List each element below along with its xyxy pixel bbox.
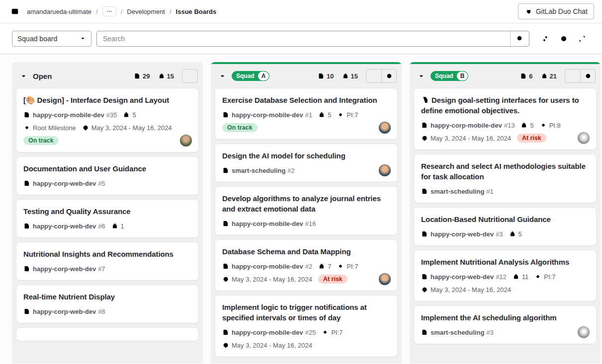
avatar[interactable] (379, 273, 391, 285)
issue-title[interactable]: Design the AI model for scheduling (222, 150, 390, 161)
iteration-icon (222, 276, 229, 283)
avatar[interactable] (578, 326, 590, 338)
issue-reference: happy-corp-mobile-dev#25 (222, 329, 316, 336)
issue-card-partial[interactable] (16, 327, 199, 341)
breadcrumb-project[interactable]: Development (127, 8, 165, 15)
issue-card[interactable]: Implement logic to trigger notifications… (215, 295, 398, 357)
milestone-value: Root Milestone (33, 124, 76, 132)
issue-card[interactable]: Design the AI model for scheduling smart… (215, 144, 398, 182)
column-collapse-button[interactable] (217, 71, 228, 81)
search-input[interactable] (97, 31, 510, 46)
card-meta-row: happy-corp-mobile-dev#27PI:7 (222, 261, 390, 271)
issue-number: #12 (496, 273, 507, 281)
issue-number: #2 (287, 167, 294, 174)
issue-icon (520, 73, 527, 79)
issue-title[interactable]: Develop algorithms to analyze journal en… (222, 193, 390, 214)
duo-chat-button[interactable]: GitLab Duo Chat (518, 3, 594, 19)
issue-card[interactable]: Database Schema and Data Mapping happy-c… (215, 239, 398, 291)
issue-title[interactable]: Implement the AI scheduling algorithm (421, 312, 589, 323)
issue-reference: smart-scheduling#1 (421, 188, 494, 195)
issue-title[interactable]: Real-time Nutrient Display (23, 291, 191, 302)
column-header: SquadB 6 21 (410, 64, 601, 87)
issue-card[interactable]: Design goal-setting interfaces for users… (414, 88, 597, 150)
issue-number: #1 (305, 111, 312, 119)
issue-reference: happy-corp-mobile-dev#2 (222, 263, 312, 270)
weight-value: 5 (132, 111, 136, 119)
issue-title[interactable]: Nutritional Insights and Recommendations (23, 249, 191, 259)
fullscreen-button[interactable] (574, 31, 590, 47)
board-toolbar: Squad board (0, 23, 602, 54)
issue-title[interactable]: Implement Nutritional Analysis Algorithm… (421, 257, 589, 267)
issue-title[interactable]: Database Schema and Data Mapping (222, 246, 390, 257)
column-header: Open 29 15 (12, 64, 203, 87)
issue-card[interactable]: Documentation and User Guidance happy-co… (16, 156, 199, 195)
issue-card[interactable]: Implement Nutritional Analysis Algorithm… (414, 250, 597, 301)
issue-weight: 7 (318, 263, 331, 270)
column-collapse-button[interactable] (416, 71, 427, 81)
avatar[interactable] (379, 122, 391, 134)
column-scoped-label[interactable]: SquadB (430, 71, 468, 81)
label-scope: Squad (232, 72, 258, 80)
issue-title[interactable]: Design goal-setting interfaces for users… (421, 95, 589, 116)
issue-card[interactable]: Implement the AI scheduling algorithm sm… (414, 305, 597, 344)
milestone-value: PI:7 (544, 273, 555, 281)
status-badge: On track (23, 136, 59, 145)
plus-icon (370, 73, 377, 79)
column-settings-button[interactable] (381, 70, 396, 82)
board-select-dropdown[interactable]: Squad board (12, 31, 91, 47)
weight-icon (342, 73, 349, 79)
issue-card[interactable]: Develop algorithms to analyze journal en… (215, 186, 398, 235)
avatar[interactable] (578, 132, 590, 144)
issue-card[interactable]: Location-Based Nutritional Guidance happ… (414, 207, 597, 246)
issue-title[interactable]: Documentation and User Guidance (23, 163, 191, 174)
iteration-value: May 3, 2024 - May 16, 2024 (430, 135, 511, 142)
issue-title[interactable]: Research and select AI methodologies sui… (421, 161, 589, 182)
add-issue-button[interactable] (565, 70, 580, 82)
weight-icon (541, 73, 548, 79)
milestone-value: PI:7 (346, 111, 358, 119)
avatar[interactable] (379, 164, 391, 176)
column-title: Open (33, 72, 52, 80)
issue-card[interactable]: Exercise Database Selection and Integrat… (215, 88, 398, 140)
breadcrumb-ellipsis-button[interactable] (102, 6, 116, 16)
weight-icon (318, 111, 325, 118)
weight-icon (509, 230, 516, 237)
issue-title[interactable]: Location-Based Nutritional Guidance (421, 214, 589, 224)
add-issue-button[interactable] (366, 70, 381, 82)
issue-card[interactable]: Nutritional Insights and Recommendations… (16, 242, 199, 281)
card-meta-row: happy-corp-web-dev#35 (421, 229, 589, 239)
issue-reference: happy-corp-web-dev#5 (23, 180, 105, 187)
chevron-down-icon (20, 73, 27, 80)
issue-card[interactable]: Testing and Quality Assurance happy-corp… (16, 199, 199, 238)
search-button[interactable] (510, 31, 529, 46)
issue-card[interactable]: [🎨 Design] - Interface Design and Layout… (16, 88, 199, 152)
card-meta-row: happy-corp-mobile-dev#135PI:8 (421, 120, 589, 130)
issue-number: #13 (504, 122, 515, 129)
issue-title[interactable]: Exercise Database Selection and Integrat… (222, 95, 390, 105)
card-meta-row: happy-corp-mobile-dev#15PI:7 (222, 110, 390, 120)
issue-card[interactable]: Real-time Nutrient Display happy-corp-we… (16, 285, 199, 323)
filter-settings-button[interactable] (537, 31, 553, 47)
issue-number: #16 (305, 220, 316, 227)
issue-title[interactable]: Testing and Quality Assurance (23, 206, 191, 217)
issue-number: #1 (486, 188, 493, 195)
column-actions (182, 69, 198, 83)
card-meta-row: happy-corp-web-dev#7 (23, 264, 191, 274)
column-scoped-label[interactable]: SquadA (232, 71, 269, 81)
column-settings-button[interactable] (580, 70, 595, 82)
sidebar-toggle-button[interactable] (8, 4, 22, 18)
iteration-icon (222, 342, 229, 349)
issue-title[interactable]: Implement logic to trigger notifications… (222, 302, 390, 323)
add-issue-button[interactable] (182, 70, 197, 82)
column-collapse-button[interactable] (18, 71, 29, 81)
issue-icon (23, 308, 30, 315)
board-config-button[interactable] (556, 31, 572, 47)
board-select-value: Squad board (17, 35, 57, 43)
issue-title[interactable]: [🎨 Design] - Interface Design and Layout (23, 95, 191, 105)
breadcrumb-group[interactable]: amandarueda-ultimate (27, 8, 91, 15)
label-value: A (258, 72, 269, 80)
issue-number: #35 (106, 111, 117, 119)
issue-card[interactable]: Research and select AI methodologies sui… (414, 154, 597, 203)
status-badge: At risk (517, 134, 546, 143)
avatar[interactable] (180, 135, 192, 146)
